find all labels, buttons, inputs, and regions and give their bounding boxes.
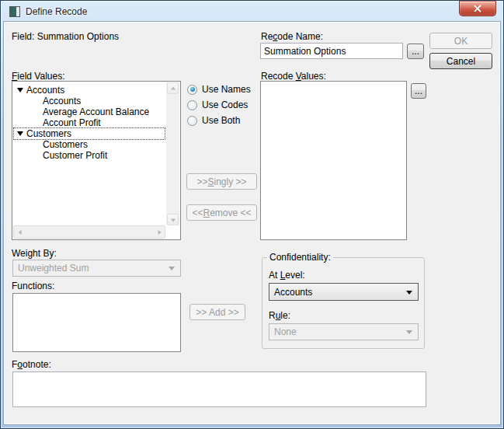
remove-button[interactable]: << Remove << <box>186 204 257 221</box>
tree-item[interactable]: Accounts <box>14 96 165 106</box>
define-recode-dialog: Define Recode Field: Summation Options R… <box>0 0 504 429</box>
scroll-down-button[interactable] <box>167 214 179 225</box>
tree-item[interactable]: Accounts <box>14 85 165 96</box>
radio-icon <box>187 116 197 126</box>
field-values-label: Field Values: <box>12 71 65 82</box>
scroll-down-icon <box>171 218 176 221</box>
rule-label: Rule: <box>269 310 290 321</box>
tree-item-focused[interactable]: Customers <box>14 128 165 139</box>
scroll-right-button[interactable] <box>153 226 165 238</box>
scroll-left-icon <box>18 230 21 235</box>
vertical-scrollbar[interactable] <box>166 82 179 225</box>
radio-label: Use Codes <box>202 99 248 110</box>
ok-button[interactable]: OK <box>429 33 492 49</box>
dropdown-arrow-icon <box>406 330 412 334</box>
radio-use-codes[interactable]: Use Codes <box>187 99 248 110</box>
rule-value: None <box>274 326 297 337</box>
tree-item[interactable]: Account Profit <box>14 117 165 128</box>
recode-name-label: Recode Name: <box>261 31 323 42</box>
at-level-value: Accounts <box>274 287 312 298</box>
dropdown-arrow-icon <box>169 267 175 270</box>
tree-item[interactable]: Average Account Balance <box>14 106 165 117</box>
recode-values-label: Recode Values: <box>261 71 326 82</box>
footnote-label: Footnote: <box>12 359 51 370</box>
field-values-tree[interactable]: Accounts Accounts Average Account Balanc… <box>12 81 181 240</box>
radio-use-names[interactable]: Use Names <box>187 84 251 95</box>
radio-use-both[interactable]: Use Both <box>187 115 240 126</box>
weight-by-value: Unweighted Sum <box>18 263 89 274</box>
cancel-button[interactable]: Cancel <box>429 53 492 69</box>
field-info-label: Field: Summation Options <box>12 31 119 42</box>
rule-dropdown[interactable]: None <box>269 323 419 340</box>
scroll-up-button[interactable] <box>167 82 179 94</box>
window-title: Define Recode <box>26 6 87 17</box>
radio-icon <box>187 100 197 110</box>
recode-values-list[interactable] <box>260 81 407 240</box>
singly-button[interactable]: >> Singly >> <box>186 173 257 190</box>
recode-name-input[interactable] <box>260 43 403 59</box>
functions-label: Functions: <box>12 281 54 291</box>
scroll-up-icon <box>171 86 176 89</box>
weight-by-dropdown[interactable]: Unweighted Sum <box>12 260 181 277</box>
scroll-left-button[interactable] <box>14 226 26 238</box>
recode-values-browse-button[interactable]: ... <box>411 83 426 99</box>
dropdown-arrow-icon <box>406 291 412 295</box>
radio-label: Use Both <box>202 115 240 126</box>
radio-icon <box>187 85 197 95</box>
tree-expanded-icon <box>17 88 23 92</box>
weight-by-label: Weight By: <box>12 248 57 259</box>
at-level-dropdown[interactable]: Accounts <box>269 283 419 301</box>
close-button[interactable] <box>459 1 496 16</box>
close-icon <box>474 5 481 12</box>
add-button[interactable]: >> Add >> <box>189 304 245 320</box>
scroll-right-icon <box>158 230 161 235</box>
tree-item[interactable]: Customer Profit <box>14 150 165 161</box>
titlebar[interactable]: Define Recode <box>1 1 503 22</box>
app-icon <box>9 6 20 17</box>
tree-expanded-icon <box>17 131 23 136</box>
radio-label: Use Names <box>202 84 251 95</box>
functions-list[interactable] <box>12 293 181 352</box>
recode-name-browse-button[interactable]: ... <box>407 44 424 59</box>
horizontal-scrollbar[interactable] <box>13 225 165 239</box>
confidentiality-label: Confidentiality: <box>267 252 333 263</box>
footnote-input[interactable] <box>12 371 426 407</box>
tree-item[interactable]: Customers <box>14 139 165 150</box>
at-level-label: At Level: <box>269 270 305 281</box>
